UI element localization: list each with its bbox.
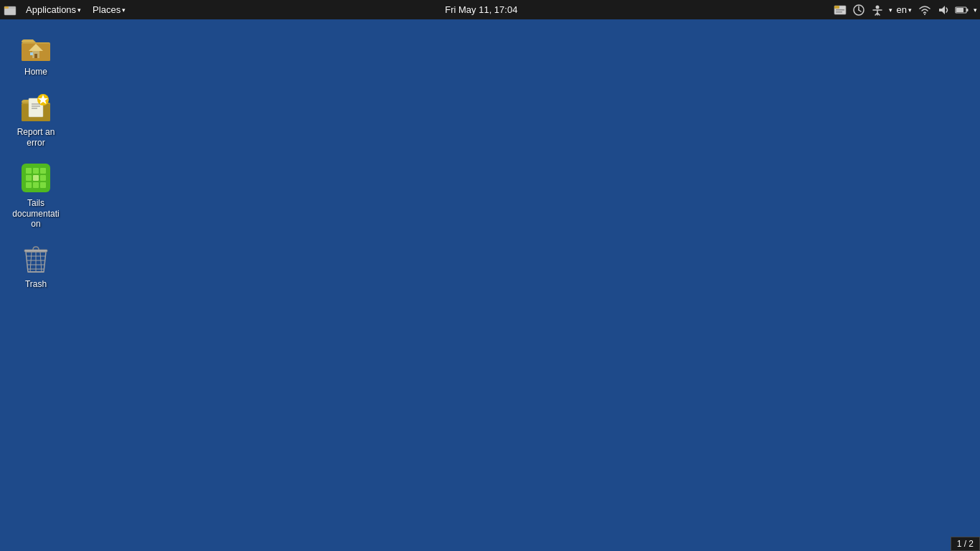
svg-rect-47 — [24, 250, 47, 252]
tray-accessibility-icon[interactable] — [869, 1, 886, 19]
svg-rect-5 — [836, 11, 842, 13]
svg-rect-34 — [33, 175, 39, 181]
svg-line-8 — [859, 10, 861, 11]
svg-rect-31 — [33, 168, 39, 174]
svg-marker-11 — [939, 6, 945, 14]
workspace-pager[interactable]: 1 / 2 — [951, 537, 980, 551]
trash-bin-icon — [19, 242, 53, 276]
svg-rect-35 — [40, 175, 46, 181]
home-folder-icon — [19, 29, 53, 64]
applications-label: Applications — [26, 4, 76, 15]
tails-documentation-icon — [19, 161, 53, 195]
report-icon-label: Report anerror — [17, 127, 55, 148]
tray-power-icon[interactable] — [850, 1, 867, 19]
datetime-label: Fri May 11, 17:04 — [445, 4, 517, 15]
svg-point-9 — [875, 5, 879, 9]
language-dropdown-arrow: ▾ — [908, 6, 912, 14]
tray-volume-icon[interactable] — [935, 1, 952, 19]
svg-rect-30 — [26, 168, 32, 174]
places-dropdown-arrow: ▾ — [122, 6, 126, 14]
svg-rect-19 — [34, 54, 37, 58]
tray-battery-icon[interactable] — [953, 1, 971, 19]
desktop-icon-tails-doc[interactable]: Tailsdocumentation — [7, 158, 65, 232]
desktop-icon-trash[interactable]: Trash — [7, 239, 65, 292]
home-icon-label: Home — [24, 67, 47, 77]
desktop: Home — [0, 19, 980, 551]
svg-rect-38 — [40, 182, 46, 188]
applications-dropdown-arrow: ▾ — [77, 6, 81, 14]
taskbar-right: ▾ en ▾ — [831, 0, 980, 19]
svg-rect-4 — [836, 9, 844, 11]
desktop-icon-home[interactable]: Home — [7, 27, 65, 80]
svg-rect-20 — [30, 52, 33, 55]
svg-rect-1 — [4, 6, 9, 9]
accessibility-dropdown-arrow: ▾ — [889, 6, 892, 14]
tails-doc-icon-label: Tailsdocumentation — [12, 198, 59, 229]
svg-point-10 — [924, 14, 925, 15]
report-error-icon — [19, 90, 53, 124]
svg-rect-3 — [834, 6, 839, 9]
file-manager-icon[interactable] — [0, 1, 20, 19]
svg-rect-14 — [966, 9, 969, 11]
tray-language[interactable]: en ▾ — [894, 4, 915, 15]
svg-rect-13 — [956, 8, 963, 12]
svg-rect-33 — [26, 175, 32, 181]
taskbar: Applications ▾ Places ▾ Fri May 11, 17:0… — [0, 0, 980, 19]
pager-label: 1 / 2 — [957, 539, 974, 549]
tray-files-icon[interactable] — [831, 1, 849, 19]
trash-icon-label: Trash — [25, 279, 47, 289]
battery-dropdown-arrow: ▾ — [974, 6, 977, 14]
desktop-icon-list: Home — [7, 27, 65, 293]
taskbar-left: Applications ▾ Places ▾ — [0, 0, 131, 19]
places-label: Places — [93, 4, 121, 15]
svg-rect-36 — [26, 182, 32, 188]
tray-wifi-icon[interactable] — [916, 1, 933, 19]
svg-rect-37 — [33, 182, 39, 188]
places-menu[interactable]: Places ▾ — [87, 0, 131, 19]
svg-rect-32 — [40, 168, 46, 174]
desktop-icon-report[interactable]: Report anerror — [7, 87, 65, 151]
language-label: en — [897, 4, 907, 15]
taskbar-clock: Fri May 11, 17:04 — [131, 4, 831, 15]
applications-menu[interactable]: Applications ▾ — [20, 0, 87, 19]
